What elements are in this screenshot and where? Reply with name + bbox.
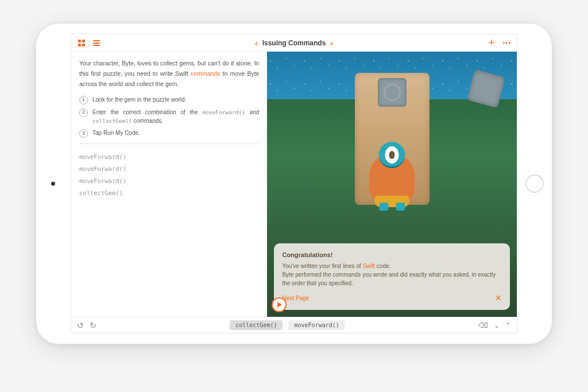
next-page-link[interactable]: Next Page bbox=[282, 294, 309, 302]
puzzle-world-pane: Congratulations! You've written your fir… bbox=[267, 52, 517, 317]
more-options-icon[interactable] bbox=[502, 38, 511, 48]
suggestion-chip-moveforward[interactable]: moveForward() bbox=[288, 320, 345, 330]
front-camera bbox=[51, 182, 55, 186]
main-content: Your character, Byte, loves to collect g… bbox=[71, 52, 517, 317]
list-view-icon[interactable] bbox=[92, 38, 101, 48]
ipad-device-frame: ‹ Issuing Commands › + Your character, B… bbox=[36, 23, 552, 344]
step-number: 2 bbox=[79, 108, 88, 117]
code-snippet: collectGem() bbox=[92, 118, 132, 124]
step-number: 1 bbox=[79, 96, 88, 104]
close-popup-icon[interactable]: ✕ bbox=[495, 292, 502, 304]
keyboard-up-icon[interactable]: ⌃ bbox=[505, 321, 511, 329]
grid-view-icon[interactable] bbox=[77, 38, 86, 48]
swift-link[interactable]: Swift bbox=[362, 263, 375, 269]
switch-tile bbox=[378, 78, 407, 107]
top-toolbar: ‹ Issuing Commands › + bbox=[71, 34, 517, 52]
step-text: Tap Run My Code. bbox=[92, 129, 259, 138]
redo-button[interactable]: ↻ bbox=[90, 321, 96, 330]
app-screen: ‹ Issuing Commands › + Your character, B… bbox=[71, 34, 517, 333]
popup-line-1: You've written your first lines of Swift… bbox=[282, 262, 502, 270]
steps-list: 1 Look for the gem in the puzzle world. … bbox=[79, 95, 259, 138]
add-button[interactable]: + bbox=[487, 38, 496, 48]
popup-title: Congratulations! bbox=[282, 250, 502, 260]
next-page-chevron-icon[interactable]: › bbox=[330, 38, 333, 48]
bottom-toolbar: ↺ ↻ collectGem() moveForward() ⌫ ⌄ ⌃ bbox=[71, 317, 517, 333]
step-item: 1 Look for the gem in the puzzle world. bbox=[79, 95, 259, 104]
divider bbox=[79, 143, 259, 144]
code-editor[interactable]: moveForward() moveForward() moveForward(… bbox=[79, 151, 259, 199]
suggestion-chip-collectgem[interactable]: collectGem() bbox=[230, 320, 283, 330]
intro-paragraph: Your character, Byte, loves to collect g… bbox=[79, 59, 259, 90]
commands-link[interactable]: commands bbox=[191, 70, 220, 77]
code-line: moveForward() bbox=[79, 151, 259, 163]
undo-button[interactable]: ↺ bbox=[77, 321, 84, 330]
step-item: 2 Enter the correct combination of the m… bbox=[79, 108, 259, 126]
instructions-pane: Your character, Byte, loves to collect g… bbox=[71, 52, 267, 317]
popup-line-2: Byte performed the commands you wrote an… bbox=[282, 270, 502, 288]
step-text: Enter the correct combination of the mov… bbox=[92, 108, 259, 126]
code-line: collectGem() bbox=[79, 187, 259, 199]
keyboard-down-icon[interactable]: ⌄ bbox=[494, 321, 500, 329]
byte-character bbox=[368, 142, 416, 211]
code-line: moveForward() bbox=[79, 175, 259, 187]
code-snippet: moveForward() bbox=[203, 109, 245, 115]
backspace-icon[interactable]: ⌫ bbox=[478, 321, 488, 329]
congratulations-popup: Congratulations! You've written your fir… bbox=[274, 243, 510, 311]
step-text: Look for the gem in the puzzle world. bbox=[92, 95, 259, 104]
page-title: Issuing Commands bbox=[262, 39, 326, 47]
home-button[interactable] bbox=[525, 174, 544, 193]
code-line: moveForward() bbox=[79, 163, 259, 175]
step-item: 3 Tap Run My Code. bbox=[79, 129, 259, 138]
prev-page-chevron-icon[interactable]: ‹ bbox=[255, 38, 258, 48]
step-number: 3 bbox=[79, 129, 88, 138]
decor-cube bbox=[467, 69, 505, 108]
